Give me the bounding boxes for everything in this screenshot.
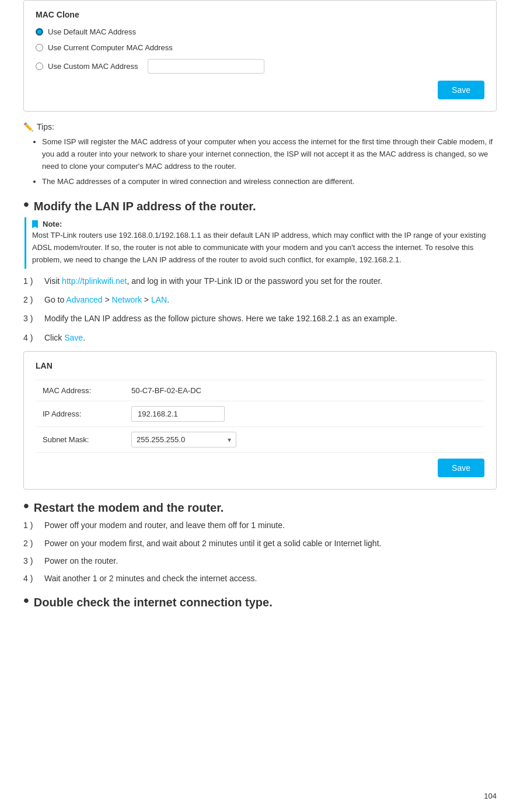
double-check-header: • Double check the internet connection t… [23, 595, 497, 610]
restart-steps: 1 ) Power off your modem and router, and… [23, 519, 497, 585]
pencil-icon: ✏️ [23, 122, 33, 131]
restart-step2-num: 2 ) [23, 537, 44, 550]
step1-num: 1 ) [23, 275, 44, 287]
double-check-bullet: • [23, 592, 29, 609]
option1-radio[interactable] [36, 28, 43, 36]
advanced-text: Advanced [66, 295, 102, 304]
step-3: 3 ) Modify the LAN IP address as the fol… [23, 312, 497, 325]
double-check-title-block: Double check the internet connection typ… [34, 595, 497, 610]
tips-section: ✏️ Tips: Some ISP will register the MAC … [23, 122, 497, 188]
lan-panel-title: LAN [36, 361, 484, 370]
tips-list: Some ISP will register the MAC address o… [23, 136, 497, 188]
step3-content: Modify the LAN IP address as the follow … [44, 312, 497, 325]
restart-step3-num: 3 ) [23, 554, 44, 567]
step-4: 4 ) Click Save. [23, 331, 497, 344]
step-1: 1 ) Visit http://tplinkwifi.net, and log… [23, 275, 497, 287]
lan-ip-input[interactable] [131, 406, 225, 422]
restart-step1-num: 1 ) [23, 519, 44, 532]
option2-row: Use Current Computer MAC Address [36, 43, 484, 52]
lan-save-row: Save [36, 459, 484, 477]
option3-row: Use Custom MAC Address [36, 59, 484, 74]
lan-subnet-value: 255.255.255.0 ▾ [129, 427, 484, 453]
lan-table: MAC Address: 50-C7-BF-02-EA-DC IP Addres… [36, 380, 484, 453]
option3-label: Use Custom MAC Address [48, 62, 138, 71]
restart-bullet: • [23, 498, 29, 514]
modify-lan-section: • Modify the LAN IP address of the route… [23, 199, 497, 490]
lan-save-button[interactable]: Save [438, 459, 484, 477]
note-label: Note: [32, 220, 491, 228]
tplinkwifi-link[interactable]: http://tplinkwifi.net [62, 276, 127, 286]
restart-section: • Restart the modem and the router. 1 ) … [23, 500, 497, 585]
lan-subnet-select[interactable]: 255.255.255.0 ▾ [131, 432, 236, 447]
page-number: 104 [484, 792, 497, 800]
tip1: Some ISP will register the MAC address o… [42, 136, 497, 172]
step1-content: Visit http://tplinkwifi.net, and log in … [44, 275, 497, 287]
chevron-down-icon: ▾ [228, 436, 231, 444]
note-text: Most TP-Link routers use 192.168.0.1/192… [32, 230, 491, 266]
lan-text: LAN [151, 295, 167, 304]
step4-num: 4 ) [23, 331, 44, 344]
restart-step3-content: Power on the router. [44, 554, 497, 567]
step2-content: Go to Advanced > Network > LAN. [44, 293, 497, 306]
lan-ip-row: IP Address: [36, 401, 484, 427]
modify-lan-bullet: • [23, 196, 29, 213]
double-check-section: • Double check the internet connection t… [23, 595, 497, 610]
option2-radio[interactable] [36, 44, 43, 51]
restart-step-2: 2 ) Power on your modem first, and wait … [23, 537, 497, 550]
tips-title: Tips: [37, 122, 54, 131]
restart-step-1: 1 ) Power off your modem and router, and… [23, 519, 497, 532]
note-box: Note: Most TP-Link routers use 192.168.0… [25, 217, 497, 268]
tips-header: ✏️ Tips: [23, 122, 497, 131]
lan-panel: LAN MAC Address: 50-C7-BF-02-EA-DC IP Ad… [23, 351, 497, 490]
save-text: Save [64, 333, 83, 342]
step2-num: 2 ) [23, 293, 44, 306]
restart-title: Restart the modem and the router. [34, 501, 224, 514]
custom-mac-input[interactable] [148, 59, 264, 74]
mac-save-row: Save [36, 81, 484, 99]
restart-step-3: 3 ) Power on the router. [23, 554, 497, 567]
modify-lan-title: Modify the LAN IP address of the router. [34, 200, 256, 213]
restart-step1-content: Power off your modem and router, and lea… [44, 519, 497, 532]
lan-subnet-label: Subnet Mask: [36, 427, 129, 453]
modify-lan-steps: 1 ) Visit http://tplinkwifi.net, and log… [23, 275, 497, 345]
step3-num: 3 ) [23, 312, 44, 325]
option1-label: Use Default MAC Address [48, 27, 136, 36]
restart-step4-content: Wait another 1 or 2 minutes and check th… [44, 572, 497, 585]
tip2: The MAC addresses of a computer in wired… [42, 176, 497, 188]
step4-content: Click Save. [44, 331, 497, 344]
mac-save-button[interactable]: Save [438, 81, 484, 99]
network-text: Network [112, 295, 142, 304]
option1-row: Use Default MAC Address [36, 27, 484, 36]
restart-step4-num: 4 ) [23, 572, 44, 585]
option2-label: Use Current Computer MAC Address [48, 43, 173, 52]
double-check-title: Double check the internet connection typ… [34, 596, 273, 609]
modify-lan-title-block: Modify the LAN IP address of the router. [34, 199, 497, 214]
step-2: 2 ) Go to Advanced > Network > LAN. [23, 293, 497, 306]
lan-ip-label: IP Address: [36, 401, 129, 427]
lan-mac-value: 50-C7-BF-02-EA-DC [129, 380, 484, 401]
subnet-value-text: 255.255.255.0 [137, 435, 185, 444]
option3-radio[interactable] [36, 63, 43, 70]
restart-step2-content: Power on your modem first, and wait abou… [44, 537, 497, 550]
bookmark-icon [32, 220, 38, 228]
mac-clone-title: MAC Clone [36, 10, 484, 19]
mac-clone-panel: MAC Clone Use Default MAC Address Use Cu… [23, 0, 497, 112]
modify-lan-header: • Modify the LAN IP address of the route… [23, 199, 497, 214]
lan-ip-value [129, 401, 484, 427]
lan-mac-label: MAC Address: [36, 380, 129, 401]
restart-title-block: Restart the modem and the router. [34, 500, 497, 515]
restart-header: • Restart the modem and the router. [23, 500, 497, 515]
lan-subnet-row: Subnet Mask: 255.255.255.0 ▾ [36, 427, 484, 453]
restart-step-4: 4 ) Wait another 1 or 2 minutes and chec… [23, 572, 497, 585]
lan-mac-row: MAC Address: 50-C7-BF-02-EA-DC [36, 380, 484, 401]
